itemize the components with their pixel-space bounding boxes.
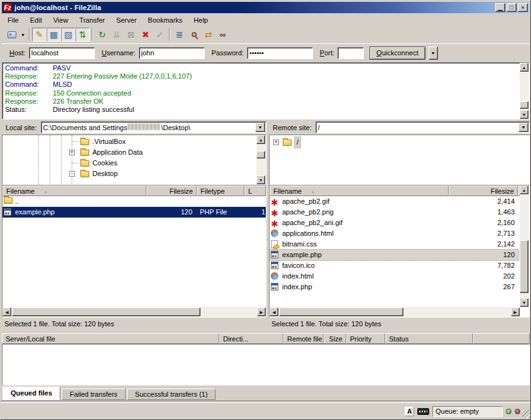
log-line: Response:227 Entering Passive Mode (127,…	[3, 72, 519, 80]
file-row[interactable]: ✱ apache_pb2_ani.gif 2,160	[270, 218, 520, 228]
scroll-left-icon[interactable]: ◀	[270, 307, 278, 316]
compare-directories-icon[interactable]	[187, 28, 201, 41]
quickconnect-button[interactable]: Quickconnect	[370, 47, 425, 60]
tree-item[interactable]: .VirtualBox	[3, 136, 266, 147]
process-queue-icon[interactable]: ⇊	[109, 28, 124, 41]
queue-header: Server/Local file Directi... Remote file…	[2, 333, 530, 344]
local-site-combo[interactable]: C:\Documents and Settings\Desktop\ ▼	[41, 121, 266, 133]
file-row[interactable]: ✱ apache_pb2.png 1,463	[270, 207, 520, 218]
tab-queued-files[interactable]: Queued files	[3, 387, 60, 400]
tree-item[interactable]: + /	[270, 137, 529, 148]
cancel-operation-icon[interactable]: ⊠	[124, 28, 138, 41]
file-row[interactable]: favicon.ico 7,782	[270, 260, 520, 271]
site-manager-dropdown-icon[interactable]: ▼	[19, 28, 27, 41]
minimize-icon[interactable]: ▁	[495, 3, 505, 12]
menu-bar: File Edit View Transfer Server Bookmarks…	[2, 14, 529, 26]
local-list-hscrollbar[interactable]: ◀ ▶	[3, 307, 266, 317]
disconnect-icon[interactable]: ✖	[138, 28, 153, 41]
scroll-right-icon[interactable]: ▶	[257, 307, 266, 316]
scroll-down-icon[interactable]: ▼	[520, 110, 528, 119]
tree-item[interactable]: + Application Data	[3, 147, 266, 158]
scroll-right-icon[interactable]: ▶	[511, 307, 520, 316]
column-header-filesize[interactable]: Filesize	[449, 185, 518, 196]
column-header-priority[interactable]: Priority	[346, 333, 385, 344]
menu-view[interactable]: View	[48, 15, 74, 25]
toggle-local-tree-icon[interactable]: ▦	[47, 28, 61, 41]
scroll-thumb[interactable]	[256, 151, 265, 158]
file-row-selected[interactable]: example.php 120 PHP File 1	[3, 207, 266, 218]
redacted-username	[128, 123, 160, 130]
toggle-remote-tree-icon[interactable]: ▧	[61, 28, 75, 41]
local-tree-scrollbar[interactable]: ▲ ▼	[256, 135, 266, 184]
remote-list-hscrollbar[interactable]: ◀ ▶	[270, 307, 520, 317]
collapse-minus-icon[interactable]: -	[69, 171, 75, 177]
sync-browsing-icon[interactable]: ⇄	[201, 28, 216, 41]
log-line: Command:MLSD	[3, 80, 519, 89]
menu-file[interactable]: File	[2, 15, 25, 25]
resize-grip-icon[interactable]	[522, 410, 530, 418]
broken-image-icon: ✱	[271, 208, 278, 218]
remote-list-vscrollbar[interactable]: ▲ ▼	[520, 185, 529, 307]
toggle-message-log-icon[interactable]: ✎	[32, 28, 47, 41]
scroll-down-icon[interactable]: ▼	[256, 175, 265, 184]
scroll-up-icon[interactable]: ▲	[256, 135, 265, 144]
remote-site-bar: Remote site: / ▼	[269, 121, 530, 134]
expand-plus-icon[interactable]: +	[273, 140, 279, 145]
quickconnect-dropdown-icon[interactable]: ▼	[429, 47, 438, 60]
chevron-down-icon[interactable]: ▼	[255, 123, 265, 132]
username-input[interactable]	[139, 47, 205, 59]
toggle-transfer-queue-icon[interactable]: ⇅	[75, 28, 90, 41]
column-header-direction[interactable]: Directi...	[219, 333, 283, 344]
scroll-thumb[interactable]	[520, 101, 528, 109]
column-header-size[interactable]: Size	[324, 333, 346, 344]
file-row[interactable]: ✱ apache_pb2.gif 2,414	[270, 196, 520, 207]
site-manager-icon[interactable]	[4, 28, 19, 41]
column-header-filename[interactable]: Filename▲	[270, 185, 449, 196]
remote-site-combo[interactable]: / ▼	[315, 121, 530, 133]
column-header-server-local-file[interactable]: Server/Local file	[2, 333, 219, 344]
column-header-filesize[interactable]: Filesize	[146, 185, 197, 196]
port-input[interactable]	[337, 47, 364, 59]
find-files-icon[interactable]: ∞	[216, 28, 230, 41]
close-icon[interactable]: ×	[518, 3, 528, 12]
file-row[interactable]: bitnami.css 2,142	[270, 239, 520, 250]
log-scrollbar[interactable]: ▲ ▼	[520, 63, 529, 119]
maximize-icon[interactable]: □	[506, 3, 517, 12]
scroll-up-icon[interactable]: ▲	[520, 63, 528, 72]
tree-item-selected[interactable]: /	[295, 137, 300, 148]
menu-bookmarks[interactable]: Bookmarks	[142, 15, 188, 25]
menu-server[interactable]: Server	[111, 15, 142, 25]
file-row[interactable]: index.php 267	[270, 282, 520, 292]
scroll-thumb[interactable]	[12, 307, 200, 316]
tab-successful-transfers[interactable]: Successful transfers (1)	[127, 389, 216, 400]
tree-item[interactable]: - Desktop	[3, 169, 266, 179]
column-header-filename[interactable]: Filename▲	[3, 185, 146, 196]
menu-edit[interactable]: Edit	[25, 15, 48, 25]
acknowledge-icon[interactable]: ✓	[153, 28, 167, 41]
column-header-status[interactable]: Status	[385, 333, 473, 344]
host-input[interactable]	[29, 47, 95, 59]
column-header-filetype[interactable]: Filetype	[197, 185, 244, 196]
file-row[interactable]: ..	[3, 196, 266, 207]
file-row[interactable]: index.html 202	[270, 271, 520, 282]
menu-transfer[interactable]: Transfer	[74, 15, 111, 25]
queue-tabs: Queued files Failed transfers Successful…	[2, 386, 216, 400]
scroll-up-icon[interactable]: ▲	[520, 185, 528, 194]
chevron-down-icon[interactable]: ▼	[518, 123, 528, 132]
menu-help[interactable]: Help	[188, 15, 214, 25]
tree-item[interactable]: Cookies	[3, 158, 266, 169]
scroll-left-icon[interactable]: ◀	[3, 307, 11, 316]
expand-plus-icon[interactable]: +	[69, 150, 75, 155]
tab-failed-transfers[interactable]: Failed transfers	[62, 389, 126, 400]
column-header-remote-file[interactable]: Remote file	[283, 333, 324, 344]
filter-icon[interactable]: ≣	[172, 28, 187, 41]
file-row-selected[interactable]: example.php 120	[270, 250, 520, 260]
column-header-lastmodified[interactable]: L	[244, 185, 266, 196]
scroll-thumb[interactable]	[520, 240, 528, 293]
scroll-thumb[interactable]	[279, 307, 403, 316]
scroll-down-icon[interactable]: ▼	[520, 298, 528, 307]
password-input[interactable]	[247, 47, 313, 59]
file-row[interactable]: applications.html 2,713	[270, 228, 520, 239]
refresh-icon[interactable]: ↻	[95, 28, 109, 41]
quickconnect-bar: Host: Username: Password: Port: Quickcon…	[2, 43, 529, 62]
